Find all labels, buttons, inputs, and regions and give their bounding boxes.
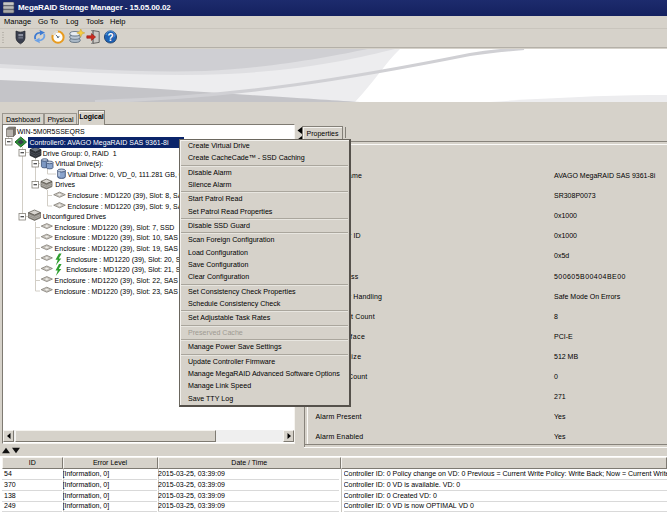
svg-text:?: ?	[107, 32, 113, 43]
